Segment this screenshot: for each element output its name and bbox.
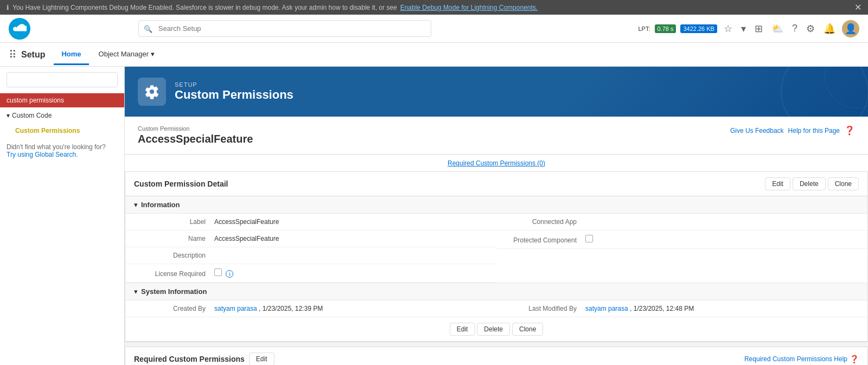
- info-row-label: Label AccessSpecialFeature: [125, 214, 496, 230]
- delete-button-bottom[interactable]: Delete: [477, 323, 510, 336]
- setup-header: SETUP Custom Permissions: [125, 67, 868, 117]
- req-section-left: Required Custom Permissions Edit: [134, 353, 275, 365]
- last-modified-link[interactable]: satyam parasa: [585, 305, 628, 312]
- info-icon: ℹ: [7, 4, 9, 11]
- sidebar-section-label: Custom Code: [12, 112, 52, 119]
- section-title-row: Custom Permission Detail: [134, 180, 228, 188]
- help-icon[interactable]: ?: [790, 21, 800, 36]
- last-modified-label: Last Modified By: [505, 305, 581, 312]
- clone-button[interactable]: Clone: [828, 177, 859, 190]
- chevron-down-icon: ▾: [134, 201, 138, 209]
- required-cp-anchor[interactable]: Required Custom Permissions (0): [448, 159, 545, 167]
- sidebar-search-wrapper: custom permissions: [0, 67, 124, 93]
- global-search-link[interactable]: Try using Global Search.: [7, 151, 78, 158]
- tab-home-label: Home: [61, 50, 81, 58]
- content-area: SETUP Custom Permissions Custom Permissi…: [125, 67, 868, 365]
- req-edit-button[interactable]: Edit: [249, 353, 275, 365]
- detail-section: Custom Permission Detail Edit Delete Clo…: [125, 172, 868, 342]
- cloud-logo-svg: [12, 22, 27, 36]
- debug-banner: ℹ You Have Lightning Components Debug Mo…: [0, 0, 868, 15]
- info-row-protected: Protected Component: [496, 230, 867, 249]
- avatar[interactable]: 👤: [842, 20, 859, 37]
- info-left-col: Label AccessSpecialFeature Name AccessSp…: [125, 214, 496, 283]
- system-info-header[interactable]: ▾ System Information: [125, 283, 867, 300]
- name-field-label: Name: [134, 235, 210, 242]
- required-custom-permissions-section: Required Custom Permissions Edit Require…: [125, 347, 868, 365]
- information-title: Information: [141, 201, 180, 209]
- sidebar: custom permissions custom permissions ▾ …: [0, 67, 125, 365]
- star-icon[interactable]: ☆: [722, 21, 735, 37]
- setup-header-icon: [138, 78, 166, 106]
- license-checkbox: [214, 268, 222, 276]
- last-modified-value: satyam parasa , 1/23/2025, 12:48 PM: [585, 305, 859, 312]
- apps-icon[interactable]: ⠿: [9, 48, 17, 61]
- chevron-down-icon: ▾: [7, 112, 10, 119]
- system-info-title: System Information: [141, 287, 207, 296]
- label-field-value: AccessSpecialFeature: [214, 218, 488, 226]
- created-by-link[interactable]: satyam parasa: [214, 305, 257, 312]
- required-cp-link-bar: Required Custom Permissions (0): [125, 155, 868, 172]
- edit-button[interactable]: Edit: [765, 177, 790, 190]
- gear-icon[interactable]: ⚙: [804, 21, 817, 37]
- req-help-icon[interactable]: ❓: [850, 355, 859, 363]
- info-tooltip-icon[interactable]: i: [226, 270, 233, 278]
- system-info-grid: Created By satyam parasa , 1/23/2025, 12…: [125, 300, 867, 317]
- edit-button-bottom[interactable]: Edit: [450, 323, 475, 336]
- information-header[interactable]: ▾ Information: [125, 196, 867, 214]
- setup-title: Setup: [21, 50, 45, 60]
- sidebar-section-custom-code[interactable]: ▾ Custom Code: [0, 107, 124, 124]
- req-section-title: Required Custom Permissions: [134, 355, 245, 363]
- last-modified-row: Last Modified By satyam parasa , 1/23/20…: [496, 300, 867, 317]
- search-bar: 🔍: [138, 20, 431, 37]
- top-nav: 🔍 LPT: 0.78 s 3422.26 KB ☆ ▾ ⊞ ⛅ ? ⚙ 🔔 👤: [0, 15, 868, 43]
- add-icon[interactable]: ⊞: [752, 21, 765, 37]
- help-circle-icon[interactable]: ❓: [844, 125, 855, 136]
- information-grid: Label AccessSpecialFeature Name AccessSp…: [125, 214, 867, 283]
- salesforce-logo[interactable]: [9, 18, 30, 40]
- sidebar-active-search: custom permissions: [0, 93, 124, 107]
- license-field-value: i: [214, 268, 488, 278]
- bottom-btn-group: Edit Delete Clone: [125, 317, 867, 342]
- label-field-label: Label: [134, 218, 210, 226]
- bell-icon[interactable]: 🔔: [821, 21, 838, 37]
- sidebar-search-input[interactable]: custom permissions: [7, 72, 118, 87]
- dropdown-icon[interactable]: ▾: [739, 21, 748, 37]
- detail-btn-group: Edit Delete Clone: [765, 177, 859, 190]
- cloud-icon[interactable]: ⛅: [769, 21, 786, 37]
- top-nav-right: LPT: 0.78 s 3422.26 KB ☆ ▾ ⊞ ⛅ ? ⚙ 🔔 👤: [638, 20, 859, 37]
- delete-button[interactable]: Delete: [793, 177, 826, 190]
- info-row-license: License Required i: [125, 264, 496, 283]
- req-help-link[interactable]: Required Custom Permissions Help: [744, 355, 847, 363]
- req-section-header: Required Custom Permissions Edit Require…: [125, 347, 867, 365]
- last-modified-datetime: 1/23/2025, 12:48 PM: [634, 305, 694, 312]
- record-header-right: Give Us Feedback Help for this Page ❓: [730, 125, 855, 136]
- search-icon: 🔍: [144, 24, 152, 33]
- close-icon[interactable]: ✕: [854, 2, 861, 12]
- record-label: Custom Permission: [138, 125, 253, 132]
- help-link[interactable]: Help for this Page: [788, 127, 840, 135]
- created-by-date: ,: [259, 305, 263, 312]
- system-information-section: ▾ System Information Created By satyam p…: [125, 283, 867, 342]
- clone-button-bottom[interactable]: Clone: [512, 323, 543, 336]
- record-header-left: Custom Permission AccessSpecialFeature: [138, 125, 253, 145]
- sidebar-item-label: Custom Permissions: [15, 127, 80, 135]
- tab-object-manager[interactable]: Object Manager ▾: [91, 44, 163, 65]
- record-title: AccessSpecialFeature: [138, 133, 253, 145]
- name-field-value: AccessSpecialFeature: [214, 235, 488, 242]
- protected-checkbox: [585, 235, 593, 242]
- section-header: Custom Permission Detail Edit Delete Clo…: [125, 172, 867, 196]
- tab-home[interactable]: Home: [54, 44, 88, 65]
- chevron-down-icon: ▾: [151, 50, 155, 58]
- sidebar-item-custom-permissions[interactable]: Custom Permissions: [0, 124, 124, 138]
- lpt-memory: 3422.26 KB: [680, 24, 717, 33]
- main-layout: custom permissions custom permissions ▾ …: [0, 67, 868, 365]
- debug-banner-link[interactable]: Enable Debug Mode for Lightning Componen…: [400, 4, 538, 11]
- debug-banner-message: You Have Lightning Components Debug Mode…: [12, 4, 397, 11]
- setup-breadcrumb: SETUP: [175, 81, 293, 88]
- description-field-label: Description: [134, 252, 210, 259]
- info-row-description: Description: [125, 247, 496, 264]
- feedback-link[interactable]: Give Us Feedback: [730, 127, 784, 135]
- tab-object-manager-label: Object Manager: [99, 50, 149, 58]
- search-input[interactable]: [138, 20, 431, 37]
- info-row-name: Name AccessSpecialFeature: [125, 230, 496, 247]
